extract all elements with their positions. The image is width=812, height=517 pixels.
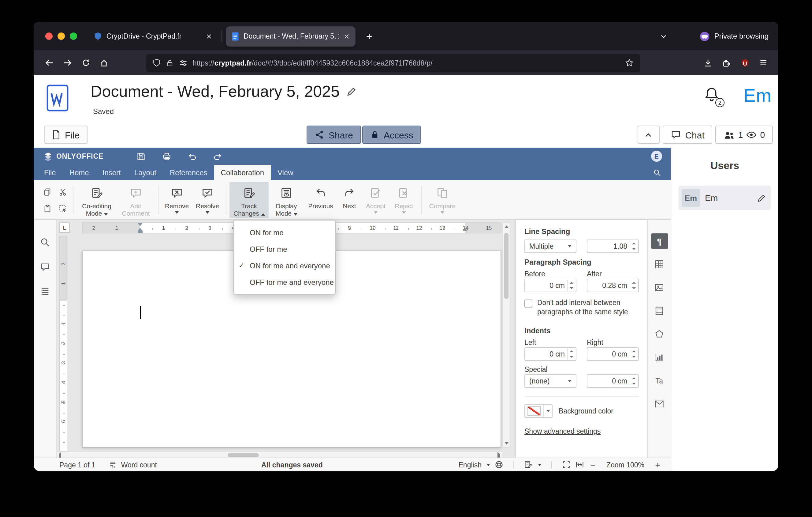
table-settings-icon[interactable]: [651, 257, 668, 272]
spacing-after-spinner[interactable]: 0.28 cm: [587, 279, 639, 292]
fit-page-icon[interactable]: [562, 460, 571, 469]
edit-name-pencil-icon[interactable]: [757, 193, 766, 202]
image-settings-icon[interactable]: [651, 280, 668, 295]
zoom-in-button[interactable]: +: [654, 460, 662, 469]
downloads-button[interactable]: [699, 54, 717, 71]
tab-close-icon[interactable]: [206, 33, 212, 39]
access-button[interactable]: Access: [362, 126, 421, 144]
tab-references[interactable]: References: [163, 165, 214, 180]
line-spacing-value-spinner[interactable]: 1.08: [587, 240, 639, 253]
coediting-mode-button[interactable]: Co-editing Mode: [77, 182, 117, 218]
reload-button[interactable]: [77, 54, 95, 71]
background-color-button[interactable]: [524, 405, 553, 418]
mail-merge-icon[interactable]: [651, 396, 668, 412]
indent-left-spinner[interactable]: 0 cm: [524, 348, 576, 361]
permissions-icon[interactable]: [179, 58, 188, 67]
vertical-scroll-thumb[interactable]: [504, 233, 509, 299]
url-bar[interactable]: https://cryptpad.fr/doc/#/3/doc/edit/ff0…: [146, 54, 640, 72]
scroll-down-arrow[interactable]: [503, 440, 510, 447]
checkbox[interactable]: [524, 300, 532, 307]
spinner-down-arrow[interactable]: [567, 354, 575, 360]
share-button[interactable]: Share: [307, 126, 361, 144]
presence-button[interactable]: 1 0: [716, 126, 773, 144]
tab-layout[interactable]: Layout: [127, 165, 163, 180]
account-avatar[interactable]: Em: [744, 85, 772, 106]
track-changes-button[interactable]: Track Changes: [229, 182, 269, 218]
special-amount-spinner[interactable]: 0 cm: [587, 375, 639, 388]
tab-close-icon[interactable]: [343, 33, 350, 39]
tab-home[interactable]: Home: [63, 165, 96, 180]
cut-button[interactable]: [55, 184, 70, 200]
tracking-shield-icon[interactable]: [152, 58, 161, 67]
print-icon[interactable]: [161, 151, 172, 162]
ublock-icon[interactable]: [735, 54, 754, 71]
new-tab-button[interactable]: [360, 28, 378, 45]
browser-tab-cryptdrive[interactable]: CryptDrive - CryptPad.fr: [88, 26, 218, 46]
remove-comments-button[interactable]: Remove: [162, 182, 192, 218]
language-selector[interactable]: English: [459, 461, 490, 468]
select-all-button[interactable]: [55, 200, 70, 216]
spinner-down-arrow[interactable]: [630, 354, 638, 360]
tab-file[interactable]: File: [37, 165, 63, 180]
track-changes-toggle[interactable]: [524, 460, 542, 469]
rename-pencil-icon[interactable]: [346, 86, 357, 97]
menu-item-on-for-everyone[interactable]: ON for me and everyone: [234, 257, 335, 274]
minimize-window-button[interactable]: [58, 32, 65, 40]
search-icon[interactable]: [40, 237, 50, 247]
home-button[interactable]: [95, 54, 113, 71]
zoom-out-button[interactable]: −: [589, 460, 597, 469]
scroll-left-arrow[interactable]: [59, 454, 61, 458]
indent-right-spinner[interactable]: 0 cm: [587, 348, 639, 361]
paragraph-settings-icon[interactable]: ¶: [651, 234, 668, 249]
spinner-up-arrow[interactable]: [567, 349, 575, 354]
spacing-before-spinner[interactable]: 0 cm: [524, 279, 576, 292]
tab-collaboration[interactable]: Collaboration: [214, 165, 271, 180]
redo-icon[interactable]: [212, 151, 223, 162]
page-indicator[interactable]: Page 1 of 1: [59, 461, 95, 468]
spinner-up-arrow[interactable]: [630, 241, 638, 246]
undo-icon[interactable]: [186, 151, 198, 162]
horizontal-scroll-thumb[interactable]: [228, 453, 259, 457]
chat-button[interactable]: Chat: [662, 126, 712, 144]
forward-button[interactable]: [58, 54, 77, 71]
notifications-button[interactable]: 2: [704, 86, 722, 107]
vertical-ruler[interactable]: 2 1 1 2 3 4 5 6: [59, 236, 67, 452]
horizontal-scrollbar[interactable]: [57, 452, 502, 458]
lock-icon[interactable]: [166, 58, 174, 67]
back-button[interactable]: [40, 54, 58, 71]
menu-item-off-for-me[interactable]: OFF for me: [234, 241, 335, 257]
browser-tab-document[interactable]: Document - Wed, February 5, 2: [226, 26, 355, 46]
left-indent-handle[interactable]: [138, 231, 143, 233]
tab-insert[interactable]: Insert: [96, 165, 127, 180]
save-icon[interactable]: [135, 151, 146, 162]
close-window-button[interactable]: [45, 32, 53, 40]
extensions-icon[interactable]: [717, 54, 735, 71]
tab-stop-selector[interactable]: L: [59, 222, 70, 233]
resolve-button[interactable]: Resolve: [192, 182, 223, 218]
tab-view[interactable]: View: [271, 165, 300, 180]
navigation-headings-icon[interactable]: [40, 287, 50, 297]
spinner-down-arrow[interactable]: [630, 285, 638, 291]
list-all-tabs-button[interactable]: [656, 28, 672, 44]
spinner-up-arrow[interactable]: [630, 376, 638, 381]
textart-settings-icon[interactable]: Ta: [651, 373, 668, 388]
user-list-item[interactable]: Em Em: [678, 186, 771, 210]
first-line-indent-marker[interactable]: [138, 223, 143, 226]
file-button[interactable]: File: [44, 126, 87, 144]
scroll-right-arrow[interactable]: [497, 454, 500, 458]
menu-item-off-for-everyone[interactable]: OFF for me and everyone: [234, 274, 335, 290]
copy-button[interactable]: [40, 184, 55, 200]
menu-hamburger-icon[interactable]: [754, 54, 772, 71]
paste-button[interactable]: [40, 200, 55, 216]
next-change-button[interactable]: Next: [337, 182, 361, 218]
comments-icon[interactable]: [40, 262, 50, 272]
menu-item-on-for-me[interactable]: ON for me: [234, 224, 335, 241]
spinner-down-arrow[interactable]: [630, 246, 638, 252]
collapse-toolbar-button[interactable]: [637, 126, 659, 144]
header-footer-settings-icon[interactable]: [651, 303, 668, 319]
chart-settings-icon[interactable]: [651, 350, 668, 365]
vertical-scrollbar[interactable]: [502, 222, 510, 448]
left-indent-marker[interactable]: [138, 228, 143, 231]
fit-width-icon[interactable]: [575, 460, 584, 469]
advanced-settings-link[interactable]: Show advanced settings: [524, 428, 601, 435]
